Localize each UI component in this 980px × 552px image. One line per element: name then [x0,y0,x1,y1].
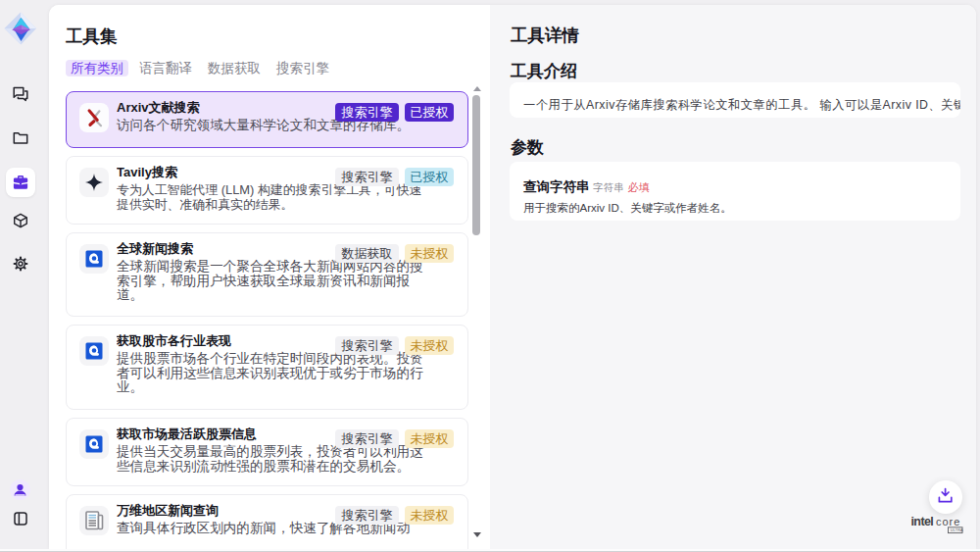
svg-text:core: core [936,516,960,527]
svg-text:ULTRA: ULTRA [951,528,963,532]
svg-text:intel: intel [911,515,934,528]
